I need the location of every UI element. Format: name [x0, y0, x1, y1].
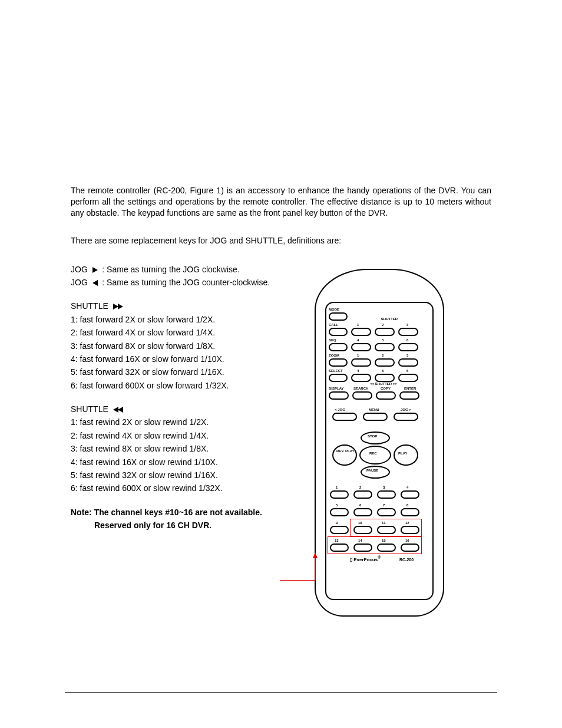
- label-shutter: SHUTTER: [363, 317, 416, 321]
- remote-button: [329, 391, 349, 400]
- list-item: 6: fast forward 600X or slow forward 1/3…: [71, 379, 289, 392]
- remote-button: [398, 328, 418, 336]
- remote-button: [398, 358, 418, 367]
- num-label: 2: [382, 354, 384, 357]
- jog-label: JOG: [71, 278, 88, 287]
- remote-button: [330, 526, 349, 534]
- label-enter: ENTER: [404, 387, 416, 390]
- num-label: 3: [383, 486, 385, 489]
- shuttle-label: SHUTTLE: [71, 301, 108, 311]
- list-item: 2: fast rewind 4X or slow rewind 1/4X.: [71, 429, 289, 442]
- num-label: 4: [357, 338, 359, 342]
- label-call: CALL: [329, 323, 338, 327]
- num-label: 6: [406, 338, 408, 342]
- jog-ccw-text: : Same as turning the JOG counter-clockw…: [102, 278, 270, 287]
- list-item: 2: fast forward 4X or slow forward 1/4X.: [71, 326, 289, 339]
- shuttle-label: SHUTTLE: [71, 404, 108, 414]
- double-triangle-right-icon: [113, 301, 123, 311]
- label-search: SEARCH: [353, 387, 368, 390]
- label-jog-right: JOG >: [401, 408, 411, 411]
- model-label: RC-200: [399, 558, 414, 562]
- remote-button: [375, 374, 395, 382]
- num-label: 1: [357, 323, 359, 327]
- remote-button: [332, 413, 357, 421]
- list-item: 1: fast forward 2X or slow forward 1/2X.: [71, 313, 289, 326]
- jog-cw-text: : Same as turning the JOG clockwise.: [102, 265, 239, 274]
- label-revplay: REV. PLAY: [336, 449, 352, 453]
- remote-button: [376, 391, 396, 400]
- replacement-paragraph: There are some replacement keys for JOG …: [71, 235, 491, 246]
- remote-button: [351, 358, 371, 367]
- red-highlight-box: [328, 536, 422, 554]
- num-label: 2: [359, 486, 361, 489]
- remote-button: [352, 391, 372, 400]
- remote-button: [361, 466, 390, 479]
- remote-button: [398, 343, 418, 351]
- brand-label: ▯ EverFocus®: [350, 555, 381, 562]
- shuttle-ff-heading: SHUTTLE: [71, 299, 289, 312]
- remote-button: [377, 490, 396, 499]
- num-label: 8: [406, 503, 408, 507]
- triangle-left-icon: [92, 280, 98, 286]
- list-item: 5: fast rewind 32X or slow rewind 1/16X.: [71, 469, 289, 482]
- remote-button: [359, 446, 391, 465]
- label-rec: REC: [369, 452, 377, 455]
- num-label: 7: [383, 503, 385, 507]
- list-item: 4: fast rewind 16X or slow rewind 1/10X.: [71, 456, 289, 469]
- list-item: 3: fast forward 8X or slow forward 1/8X.: [71, 340, 289, 353]
- remote-button: [375, 343, 395, 351]
- figure-column: MODE CALL SEQ ZOOM SELECT SHUTTER 1 2 3: [303, 263, 456, 617]
- note-line-1: Note: The channel keys #10~16 are not av…: [71, 506, 289, 519]
- label-zoom: ZOOM: [329, 354, 339, 357]
- remote-button: [401, 490, 419, 499]
- num-label: 3: [406, 323, 408, 327]
- remote-button: [377, 508, 396, 516]
- triangle-right-icon: [92, 267, 98, 273]
- label-play: PLAY: [398, 452, 407, 455]
- num-label: 5: [382, 369, 384, 373]
- remote-button: [361, 431, 390, 444]
- list-item: 6: fast rewind 600X or slow rewind 1/32X…: [71, 482, 289, 495]
- list-item: 3: fast rewind 8X or slow rewind 1/8X.: [71, 442, 289, 455]
- note-line-2: Reserved only for 16 CH DVR.: [71, 519, 289, 532]
- remote-button: [353, 508, 372, 516]
- label-seq: SEQ: [329, 338, 336, 342]
- label-display: DISPLAY: [329, 387, 343, 390]
- remote-button: [353, 490, 372, 499]
- label-copy: COPY: [381, 387, 391, 390]
- remote-button: [332, 444, 357, 466]
- label-jog-left: < JOG: [335, 408, 345, 411]
- remote-button: [351, 343, 371, 351]
- red-highlight-box: [350, 519, 422, 536]
- remote-button: [363, 413, 388, 421]
- num-label: 4: [357, 369, 359, 373]
- remote-button: [375, 358, 395, 367]
- jog-cw-line: JOG : Same as turning the JOG clockwise.: [71, 263, 289, 276]
- remote-button: [399, 391, 419, 400]
- label-pause: PAUSE: [366, 469, 378, 472]
- label-stop: STOP: [368, 434, 377, 438]
- intro-paragraph: The remote controller (RC-200, Figure 1)…: [71, 185, 491, 219]
- remote-button: [329, 374, 348, 382]
- page-footer-rule: [65, 692, 497, 693]
- remote-button: [330, 508, 349, 516]
- num-label: 1: [336, 486, 338, 489]
- remote-button: [401, 508, 419, 516]
- num-label: 6: [359, 503, 361, 507]
- remote-illustration: MODE CALL SEQ ZOOM SELECT SHUTTER 1 2 3: [315, 269, 444, 617]
- num-label: 4: [406, 486, 408, 489]
- remote-button: [351, 374, 371, 382]
- list-item: 4: fast forward 16X or slow forward 1/10…: [71, 353, 289, 365]
- num-label: 3: [406, 354, 408, 357]
- label-mode: MODE: [329, 308, 339, 311]
- remote-button: [351, 328, 371, 336]
- remote-button: [329, 312, 348, 321]
- remote-button: [375, 328, 395, 336]
- jog-label: JOG: [71, 265, 88, 274]
- double-triangle-left-icon: [113, 404, 123, 414]
- num-label: 2: [382, 323, 384, 327]
- remote-button: [398, 374, 418, 382]
- content-columns: JOG : Same as turning the JOG clockwise.…: [71, 263, 491, 617]
- remote-button: [394, 413, 418, 421]
- list-item: 5: fast forward 32X or slow forward 1/16…: [71, 365, 289, 378]
